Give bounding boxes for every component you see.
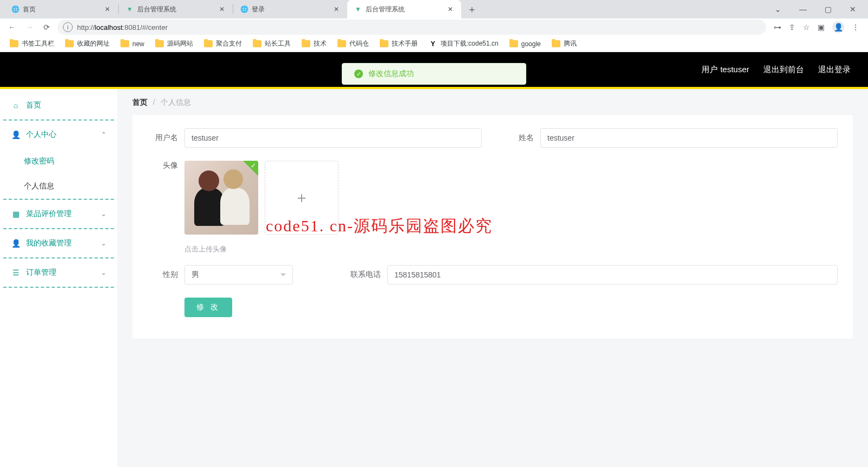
name-input[interactable] [540,128,838,148]
browser-chrome: 🌐 首页 ✕ ▼ 后台管理系统 ✕ 🌐 登录 ✕ ▼ 后台管理系统 ✕ ＋ ⌄ … [0,0,868,52]
browser-tab-4[interactable]: ▼ 后台管理系统 ✕ [347,0,461,18]
more-menu-icon[interactable]: ⋮ [852,23,859,31]
bookmark-icon[interactable]: ☆ [803,23,810,31]
url-host: localhost [95,23,123,31]
success-toast: ✓ 修改信息成功 [342,63,526,85]
bookmark-item[interactable]: google [505,39,545,49]
avatar-label: 头像 [148,161,178,171]
side-panel-icon[interactable]: ▣ [818,23,825,31]
chevron-down-icon: ⌄ [101,269,106,276]
sidebar-home-label: 首页 [26,100,41,110]
chevron-down-icon: ⌄ [101,239,106,247]
tab-strip: 🌐 首页 ✕ ▼ 后台管理系统 ✕ 🌐 登录 ✕ ▼ 后台管理系统 ✕ ＋ ⌄ … [0,0,868,18]
bookmark-item[interactable]: Y项目下载:code51.cn [424,37,503,50]
window-controls: ⌄ ― ▢ ✕ [770,2,868,17]
address-bar[interactable]: i http://localhost:8081/#/center [58,20,766,35]
bookmark-label: 代码仓 [349,39,369,48]
avatar-thumbnail[interactable]: ✓ [184,161,258,235]
sidebar-item-orders[interactable]: ☰ 订单管理 ⌄ [0,258,117,287]
chevron-down-icon[interactable]: ⌄ [770,2,786,17]
bookmark-item[interactable]: 腾讯 [547,37,581,50]
maximize-icon[interactable]: ▢ [820,2,835,17]
forward-button[interactable]: → [23,21,36,34]
document-icon: ☰ [11,268,21,277]
new-tab-button[interactable]: ＋ [464,2,480,17]
folder-icon [253,40,261,47]
main-content: 首页 / 个人信息 用户名 姓名 头像 [117,89,868,467]
submit-button[interactable]: 修 改 [184,298,232,317]
bookmark-item[interactable]: 聚合支付 [200,37,246,50]
profile-avatar-icon[interactable]: 👤 [832,21,844,33]
app-root: ✓ 修改信息成功 用户 testuser 退出到前台 退出登录 ⌂ 首页 👤 个… [0,52,868,467]
bookmark-label: 收藏的网址 [77,39,110,48]
toolbar-actions: ⊶ ⇪ ☆ ▣ 👤 ⋮ [770,21,863,33]
header-username[interactable]: 用户 testuser [701,65,749,75]
sidebar-item-label: 订单管理 [26,268,56,277]
reload-button[interactable]: ⟳ [40,21,53,34]
sidebar-home[interactable]: ⌂ 首页 [0,91,117,119]
browser-tab-1[interactable]: 🌐 首页 ✕ [4,0,118,18]
bookmark-item[interactable]: 源码网站 [151,37,197,50]
bookmark-item[interactable]: 书签工具栏 [5,37,59,50]
folder-icon [10,40,18,47]
bookmark-label: 源码网站 [167,39,193,48]
bookmark-label: 聚合支付 [216,39,242,48]
close-icon[interactable]: ✕ [103,5,112,14]
bookmark-bar: 书签工具栏 收藏的网址 new 源码网站 聚合支付 站长工具 技术 代码仓 技术… [0,36,868,52]
globe-icon: 🌐 [240,5,248,14]
form-item-avatar: 头像 ✓ ＋ [148,161,339,235]
breadcrumb: 首页 / 个人信息 [132,98,853,108]
bookmark-label: 技术 [314,39,327,48]
sidebar-subitem-label: 修改密码 [24,156,54,166]
name-label: 姓名 [503,133,534,143]
user-icon: 👤 [11,239,21,248]
avatar-image [184,161,258,235]
key-icon[interactable]: ⊶ [774,23,781,31]
vue-icon: ▼ [354,5,362,14]
url-path: :8081/#/center [123,23,168,31]
tab-title: 后台管理系统 [137,5,176,14]
sidebar-item-profile-center[interactable]: 👤 个人中心 ⌃ [0,121,117,149]
close-icon[interactable]: ✕ [218,5,226,14]
breadcrumb-home[interactable]: 首页 [132,98,148,106]
share-icon[interactable]: ⇪ [789,23,795,31]
username-label: 用户名 [148,133,178,143]
username-input[interactable] [184,128,482,148]
browser-tab-2[interactable]: ▼ 后台管理系统 ✕ [119,0,233,18]
close-window-icon[interactable]: ✕ [845,2,860,17]
bookmark-item[interactable]: 站长工具 [248,37,295,50]
folder-icon [120,40,129,47]
check-icon: ✓ [251,162,256,169]
home-icon: ⌂ [11,101,21,110]
close-icon[interactable]: ✕ [332,5,341,14]
browser-tab-3[interactable]: 🌐 登录 ✕ [233,0,347,18]
bookmark-label: google [521,40,541,48]
back-button[interactable]: ← [5,21,18,34]
bookmark-item[interactable]: 代码仓 [333,37,373,50]
exit-to-front-link[interactable]: 退出到前台 [763,65,804,75]
logout-link[interactable]: 退出登录 [818,65,851,75]
gender-select[interactable]: 男 [184,265,293,285]
url-prefix: http:// [77,23,95,31]
phone-input[interactable] [387,265,838,285]
sidebar-subitem-profile-info[interactable]: 个人信息 [0,174,117,199]
bookmark-item[interactable]: 技术手册 [375,37,422,50]
sidebar-subitem-change-password[interactable]: 修改密码 [0,149,117,174]
bookmark-item[interactable]: new [116,39,149,49]
minimize-icon[interactable]: ― [795,2,810,17]
bookmark-item[interactable]: 技术 [297,37,331,50]
bookmark-label: 项目下载:code51.cn [441,39,499,48]
bookmark-label: 技术手册 [392,39,418,48]
sidebar-item-favorites[interactable]: 👤 我的收藏管理 ⌄ [0,229,117,257]
site-info-icon[interactable]: i [63,22,73,32]
folder-icon [302,40,310,47]
avatar-upload-button[interactable]: ＋ [265,161,339,235]
sidebar-item-reviews[interactable]: ▦ 菜品评价管理 ⌄ [0,200,117,228]
close-icon[interactable]: ✕ [446,5,455,14]
folder-icon [509,40,518,47]
plus-icon: ＋ [294,187,309,208]
folder-icon [337,40,346,47]
bookmark-item[interactable]: 收藏的网址 [61,37,114,50]
menu-separator [3,287,114,288]
gender-value: 男 [192,270,199,280]
